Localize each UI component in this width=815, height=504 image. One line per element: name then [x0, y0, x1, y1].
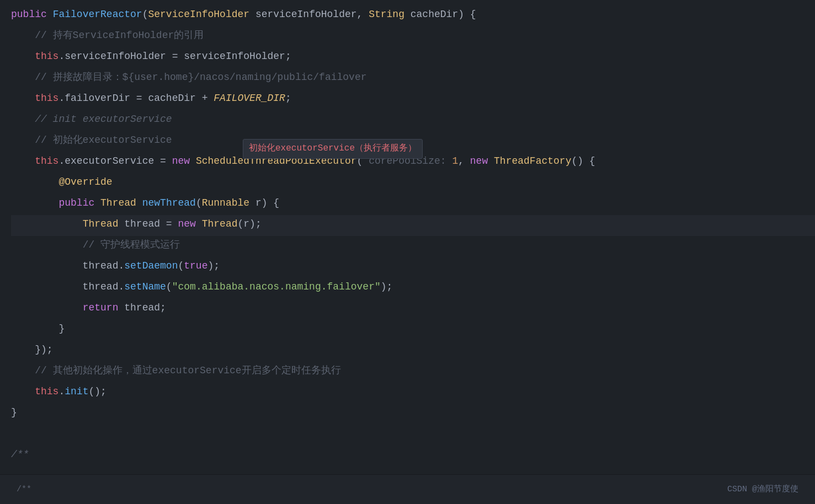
- code-line-10: public Thread newThread(Runnable r) {: [11, 194, 815, 215]
- code-line-14: thread.setName("com.alibaba.nacos.naming…: [11, 278, 815, 299]
- code-line-4: // 拼接故障目录：${user.home}/nacos/naming/publ…: [11, 68, 815, 89]
- code-line-20: }: [11, 404, 815, 425]
- tooltip-popup: 初始化executorService（执行者服务）: [243, 139, 423, 159]
- code-line-22: /**: [11, 446, 815, 467]
- code-editor: public FailoverReactor(ServiceInfoHolder…: [0, 0, 815, 474]
- code-line-17: });: [11, 341, 815, 362]
- bottom-bar: /** CSDN @渔阳节度使: [0, 474, 815, 504]
- code-line-18: // 其他初始化操作，通过executorService开启多个定时任务执行: [11, 362, 815, 383]
- keyword-public: public: [11, 7, 53, 23]
- keyword-this: this: [35, 49, 58, 65]
- code-line-13: thread.setDaemon(true);: [11, 257, 815, 278]
- code-line-11: Thread thread = new Thread(r);: [11, 215, 815, 236]
- code-line-15: return thread;: [11, 299, 815, 320]
- code-line-19: this.init();: [11, 383, 815, 404]
- bottom-bar-left-text: /**: [17, 483, 31, 496]
- fn-failover-reactor: FailoverReactor: [53, 7, 142, 23]
- code-line-12: // 守护线程模式运行: [11, 236, 815, 257]
- tooltip-text: 初始化executorService（执行者服务）: [249, 143, 417, 153]
- code-line-1: public FailoverReactor(ServiceInfoHolder…: [11, 6, 815, 26]
- code-line-3: this.serviceInfoHolder = serviceInfoHold…: [11, 47, 815, 68]
- code-line-9: @Override: [11, 173, 815, 194]
- code-line-5: this.failoverDir = cacheDir + FAILOVER_D…: [11, 89, 815, 110]
- code-line-6: // init executorService: [11, 110, 815, 131]
- code-line-16: }: [11, 320, 815, 341]
- bottom-bar-right-text: CSDN @渔阳节度使: [727, 483, 798, 496]
- code-line-21: [11, 425, 815, 446]
- code-line-2: // 持有ServiceInfoHolder的引用: [11, 26, 815, 47]
